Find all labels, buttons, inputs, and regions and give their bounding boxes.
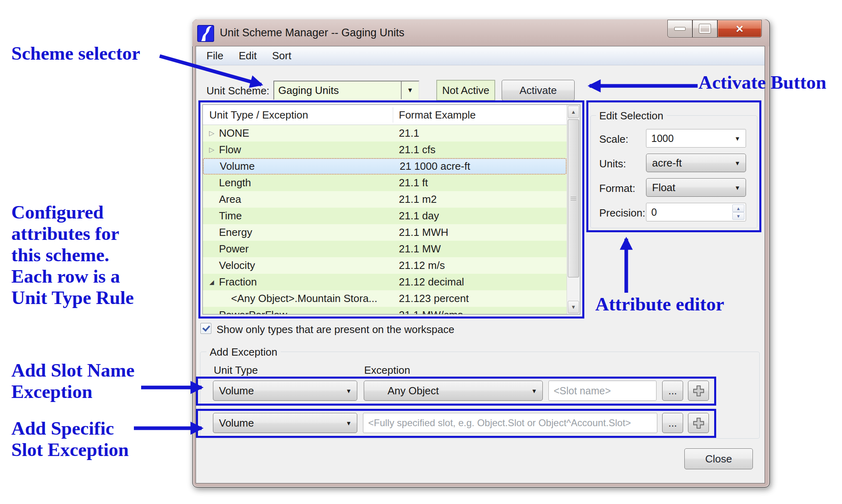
add-exception-title: Add Exception (206, 346, 281, 358)
add-slot-name-exception-button[interactable] (688, 381, 709, 401)
annotation-add-slot-name: Add Slot Name Exception (11, 360, 135, 402)
dropdown-arrow-icon[interactable]: ▼ (734, 185, 740, 191)
exception-object-combobox[interactable]: Any Object ▼ (364, 381, 543, 401)
menu-item-file[interactable]: File (206, 50, 223, 62)
screenshot-canvas: Unit Scheme Manager -- Gaging Units × Fi… (0, 0, 842, 504)
table-row[interactable]: ◢Fraction21.12 decimal (203, 274, 567, 290)
exception-column-label: Exception (364, 364, 410, 377)
format-example-cell: 21.12 decimal (399, 276, 464, 288)
format-combobox[interactable]: Float ▼ (646, 178, 746, 197)
unit-type-cell: Velocity (219, 259, 255, 272)
vertical-scrollbar[interactable]: ▲ ▼ (567, 105, 580, 314)
unit-type-cell: Volume (220, 160, 255, 173)
format-example-cell: 21.1 MW/cms (399, 309, 463, 314)
dropdown-arrow-icon[interactable]: ▼ (734, 160, 740, 166)
column-divider[interactable] (393, 107, 393, 123)
add-specific-slot-exception-button[interactable] (688, 413, 709, 433)
table-row[interactable]: Energy21.1 MWH (203, 224, 567, 241)
unit-type-combobox-2[interactable]: Volume ▼ (213, 413, 357, 433)
units-combobox[interactable]: acre-ft ▼ (646, 154, 746, 172)
close-window-icon: × (736, 22, 744, 35)
maximize-button[interactable] (692, 20, 717, 37)
dropdown-arrow-icon[interactable]: ▼ (531, 388, 537, 394)
unit-type-value-2: Volume (213, 417, 254, 429)
spin-down-button[interactable]: ▼ (732, 212, 744, 220)
precision-value: 0 (651, 206, 657, 218)
expanded-expander-icon[interactable]: ◢ (203, 279, 219, 286)
dropdown-arrow-icon[interactable]: ▼ (346, 388, 352, 394)
format-example-cell: 21 1000 acre-ft (400, 160, 470, 173)
unit-type-cell: Length (219, 177, 251, 189)
unit-type-cell: Area (219, 193, 241, 206)
activate-button[interactable]: Activate (502, 80, 575, 101)
thumb-grip-icon (571, 197, 576, 197)
table-row[interactable]: PowerPerFlow21.1 MW/cms (203, 307, 567, 314)
scroll-up-button[interactable]: ▲ (568, 106, 579, 118)
menu-bar: File Edit Sort (196, 46, 765, 65)
dropdown-arrow-icon[interactable]: ▼ (734, 135, 740, 142)
unit-type-cell: Time (219, 210, 242, 222)
plus-icon (693, 385, 704, 396)
menu-item-edit[interactable]: Edit (239, 50, 257, 62)
table-row[interactable]: Power21.1 MW (203, 241, 567, 257)
format-example-cell: 21.1 m2 (399, 193, 437, 206)
workspace-filter-checkbox[interactable] (200, 323, 211, 334)
scroll-down-button[interactable]: ▼ (568, 301, 579, 313)
scale-label: Scale: (599, 133, 628, 146)
spin-up-button[interactable]: ▲ (732, 204, 744, 212)
annotation-activate-button: Activate Button (698, 72, 826, 93)
format-example-cell: 21.1 MWH (399, 226, 448, 239)
menu-item-sort[interactable]: Sort (272, 50, 292, 62)
close-window-button[interactable]: × (717, 20, 762, 37)
units-value: acre-ft (646, 157, 682, 169)
fully-specified-slot-input[interactable] (363, 413, 657, 433)
precision-spinbox[interactable]: 0 ▲ ▼ (646, 203, 746, 221)
format-example-cell: 21.123 percent (399, 292, 469, 305)
plus-icon (693, 418, 704, 429)
close-dialog-button[interactable]: Close (684, 448, 753, 469)
table-row[interactable]: Area21.1 m2 (203, 191, 567, 208)
unit-type-cell: Fraction (219, 276, 257, 288)
unit-type-cell: NONE (219, 127, 249, 140)
format-example-cell: 21.1 MW (399, 243, 441, 255)
dropdown-arrow-icon[interactable]: ▼ (401, 81, 419, 99)
unit-type-cell: Energy (219, 226, 252, 239)
table-row[interactable]: ▷NONE21.1 (203, 125, 567, 142)
table-row[interactable]: Time21.1 day (203, 208, 567, 224)
browse-button-1[interactable]: ... (662, 381, 683, 401)
table-row[interactable]: Volume21 1000 acre-ft (203, 158, 567, 175)
workspace-filter-label: Show only types that are present on the … (217, 323, 454, 336)
unit-scheme-label: Unit Scheme: (206, 85, 269, 97)
unit-type-combobox-1[interactable]: Volume ▼ (213, 381, 357, 401)
unit-type-table[interactable]: Unit Type / Exception Format Example ▷NO… (202, 104, 580, 314)
scale-combobox[interactable]: 1000 ▼ (646, 129, 746, 148)
unit-scheme-combobox[interactable]: Gaging Units ▼ (273, 81, 419, 100)
units-label: Units: (599, 158, 626, 170)
unit-type-column-label: Unit Type (214, 364, 258, 377)
browse-button-2[interactable]: ... (662, 413, 683, 433)
column-header-format-example[interactable]: Format Example (399, 109, 476, 121)
collapsed-expander-icon[interactable]: ▷ (203, 146, 219, 154)
table-row[interactable]: Velocity21.12 m/s (203, 257, 567, 274)
precision-label: Precision: (599, 207, 645, 219)
table-row[interactable]: <Any Object>.Mountain Stora...21.123 per… (203, 290, 567, 307)
scrollbar-thumb[interactable] (568, 119, 579, 277)
format-example-cell: 21.1 (399, 127, 419, 140)
table-row[interactable]: ▷Flow21.1 cfs (203, 142, 567, 158)
dropdown-arrow-icon[interactable]: ▼ (346, 420, 352, 426)
unit-type-cell: Flow (219, 144, 241, 156)
window-title: Unit Scheme Manager -- Gaging Units (220, 27, 404, 39)
table-rows: ▷NONE21.1▷Flow21.1 cfsVolume21 1000 acre… (203, 125, 567, 314)
slot-name-input[interactable] (548, 381, 657, 401)
format-example-cell: 21.1 day (399, 210, 439, 222)
collapsed-expander-icon[interactable]: ▷ (203, 129, 219, 137)
annotation-attribute-editor: Attribute editor (595, 294, 724, 315)
minimize-icon (674, 27, 686, 31)
minimize-button[interactable] (667, 20, 692, 37)
status-not-active: Not Active (436, 80, 495, 101)
format-example-cell: 21.1 cfs (399, 144, 436, 156)
unit-type-value-1: Volume (213, 385, 254, 397)
unit-type-cell: Power (219, 243, 249, 255)
column-header-unit-type[interactable]: Unit Type / Exception (209, 109, 308, 121)
table-row[interactable]: Length21.1 ft (203, 175, 567, 191)
